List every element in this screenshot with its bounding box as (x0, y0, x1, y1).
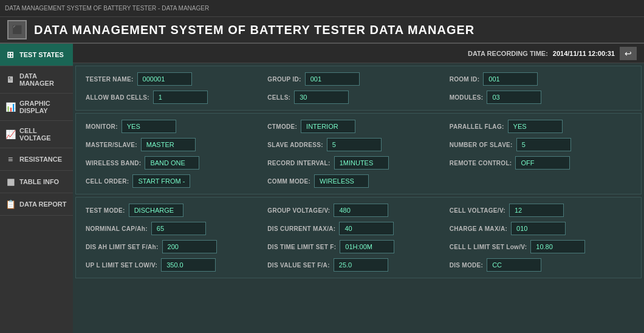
sidebar-item-resistance[interactable]: ≡ RESISTANCE (0, 148, 73, 171)
section-basic-info: TESTER NAME:000001GROUP ID:001ROOM ID:00… (75, 66, 642, 111)
sidebar-item-test-states[interactable]: ⊞ TEST STATES (0, 44, 73, 66)
field-group: COMM MODE:WIRELESS (267, 174, 449, 188)
field-label: GROUP VOLTAGE/V: (267, 207, 330, 214)
field-label: MODULES: (450, 94, 484, 101)
field-group: UP L LIMIT SET LOW/V:350.0 (86, 258, 267, 272)
sidebar-item-cell-voltage[interactable]: 📈 CELL VOLTAGE (0, 121, 73, 148)
field-label: WIRELESS BAND: (86, 160, 141, 166)
field-label: TEST MODE: (86, 207, 125, 214)
field-group: NORMINAL CAP/Ah:65 (86, 222, 267, 235)
fields-row: WIRELESS BAND:BAND ONERECORD INTERVAL:1M… (86, 156, 631, 170)
field-group: DIS VALUE SET F/A:25.0 (267, 258, 449, 272)
field-value: START FROM - (132, 174, 190, 188)
field-value: 200 (162, 240, 217, 253)
field-label: CELL VOLTAGE/V: (450, 207, 505, 214)
sidebar: ⊞ TEST STATES 🖥 DATA MANAGER 📊 GRAPHIC D… (0, 44, 73, 333)
field-group: CTMODE:INTERIOR (267, 120, 449, 133)
field-label: SLAVE ADDRESS: (267, 142, 323, 148)
field-value: 480 (334, 204, 388, 217)
sidebar-item-data-manager[interactable]: 🖥 DATA MANAGER (0, 66, 73, 94)
field-group: SLAVE ADDRESS:5 (267, 138, 449, 151)
field-group: TEST MODE:DISCHARGE (86, 204, 267, 217)
field-value: YES (122, 120, 176, 133)
field-value: 1MINUTES (334, 156, 389, 170)
resistance-icon: ≡ (5, 154, 16, 164)
sidebar-label-data-report: DATA REPORT (19, 201, 66, 208)
field-group: MONITOR:YES (86, 120, 267, 133)
field-group: PARALLEL FLAG:YES (450, 120, 631, 133)
field-label: UP L LIMIT SET LOW/V: (86, 262, 157, 269)
field-group: CELL VOLTAGE/V:12 (450, 204, 631, 217)
field-value: 1 (153, 91, 208, 104)
fields-row: CELL ORDER:START FROM -COMM MODE:WIRELES… (86, 174, 631, 188)
graphic-display-icon: 📊 (5, 102, 16, 112)
header: ⬛ DATA MANAGEMENT SYSTEM OF BATTERY TEST… (0, 17, 644, 44)
section-test-params: TEST MODE:DISCHARGEGROUP VOLTAGE/V:480CE… (75, 197, 642, 278)
field-value: 25.0 (334, 258, 388, 272)
field-value: MASTER (141, 138, 196, 151)
field-label: CTMODE: (267, 123, 297, 130)
field-value: 65 (151, 222, 206, 235)
field-value: 001 (305, 72, 360, 86)
field-group: MASTER/SLAVE:MASTER (86, 138, 267, 151)
field-group: NUMBER OF SLAVE:5 (450, 138, 631, 151)
sidebar-item-table-info[interactable]: ▦ TABLE INFO (0, 171, 73, 193)
field-value: 01H:00M (340, 240, 394, 253)
fields-row: TESTER NAME:000001GROUP ID:001ROOM ID:00… (86, 72, 631, 86)
field-value: 5 (327, 138, 382, 151)
field-value: 001 (483, 72, 538, 86)
field-value: INTERIOR (301, 120, 355, 133)
title-bar: DATA MANAGEMENT SYSTEM OF BATTERY TESTER… (0, 0, 644, 17)
field-group: ALLOW BAD CELLS:1 (86, 91, 267, 104)
field-label: TESTER NAME: (86, 76, 134, 83)
fields-row: TEST MODE:DISCHARGEGROUP VOLTAGE/V:480CE… (86, 204, 631, 217)
field-value: DISCHARGE (129, 204, 183, 217)
field-group: TESTER NAME:000001 (86, 72, 267, 86)
field-value: 40 (339, 222, 394, 235)
content-area: DATA RECORDING TIME: 2014/11/11 12:00:31… (73, 44, 644, 333)
field-value: 10.80 (530, 240, 585, 253)
fields-row: MONITOR:YESCTMODE:INTERIORPARALLEL FLAG:… (86, 120, 631, 133)
field-label: DIS MODE: (450, 262, 483, 269)
main-layout: ⊞ TEST STATES 🖥 DATA MANAGER 📊 GRAPHIC D… (0, 44, 644, 333)
field-value: WIRELESS (314, 174, 369, 188)
table-info-icon: ▦ (5, 177, 16, 187)
field-group: CELL L LIMIT SET Low/V:10.80 (450, 240, 631, 253)
field-group: DIS CURRENT MAX/A:40 (267, 222, 449, 235)
field-group: DIS MODE:CC (450, 258, 631, 272)
sidebar-label-graphic-display: GRAPHIC DISPLAY (19, 100, 68, 114)
field-label: CHARGE A MAX/A: (450, 225, 507, 232)
field-group: DIS AH LIMIT SET F/Ah:200 (86, 240, 267, 253)
field-value: 010 (511, 222, 566, 235)
field-value: 03 (487, 91, 541, 104)
field-label: GROUP ID: (267, 76, 301, 83)
back-button[interactable]: ↩ (620, 47, 637, 60)
fields-row: NORMINAL CAP/Ah:65DIS CURRENT MAX/A:40CH… (86, 222, 631, 235)
test-states-icon: ⊞ (5, 50, 16, 60)
field-label: CELL ORDER: (86, 178, 129, 185)
sidebar-item-data-report[interactable]: 📋 DATA REPORT (0, 193, 73, 216)
field-value: 30 (294, 91, 349, 104)
fields-row: UP L LIMIT SET LOW/V:350.0DIS VALUE SET … (86, 258, 631, 272)
sidebar-label-table-info: TABLE INFO (19, 178, 59, 185)
field-label: DIS AH LIMIT SET F/Ah: (86, 244, 159, 250)
field-label: RECORD INTERVAL: (267, 160, 330, 166)
field-label: NORMINAL CAP/Ah: (86, 225, 148, 232)
field-label: CELL L LIMIT SET Low/V: (450, 244, 527, 250)
field-label: COMM MODE: (267, 178, 310, 185)
field-label: DIS TIME LIMIT SET F: (267, 244, 336, 250)
content-top-bar: DATA RECORDING TIME: 2014/11/11 12:00:31… (73, 44, 644, 63)
fields-row: MASTER/SLAVE:MASTERSLAVE ADDRESS:5NUMBER… (86, 138, 631, 151)
recording-time-label: DATA RECORDING TIME: (468, 50, 548, 57)
field-group: GROUP ID:001 (267, 72, 449, 86)
sidebar-label-resistance: RESISTANCE (19, 156, 62, 163)
field-group: GROUP VOLTAGE/V:480 (267, 204, 449, 217)
field-label: REMOTE CONTROL: (450, 160, 512, 166)
field-value: 12 (509, 204, 564, 217)
recording-time-value: 2014/11/11 12:00:31 (553, 50, 615, 57)
data-report-icon: 📋 (5, 199, 16, 209)
app-logo: ⬛ (7, 20, 27, 39)
fields-row: ALLOW BAD CELLS:1CELLS:30MODULES:03 (86, 91, 631, 104)
data-manager-icon: 🖥 (5, 75, 16, 84)
sidebar-item-graphic-display[interactable]: 📊 GRAPHIC DISPLAY (0, 94, 73, 121)
